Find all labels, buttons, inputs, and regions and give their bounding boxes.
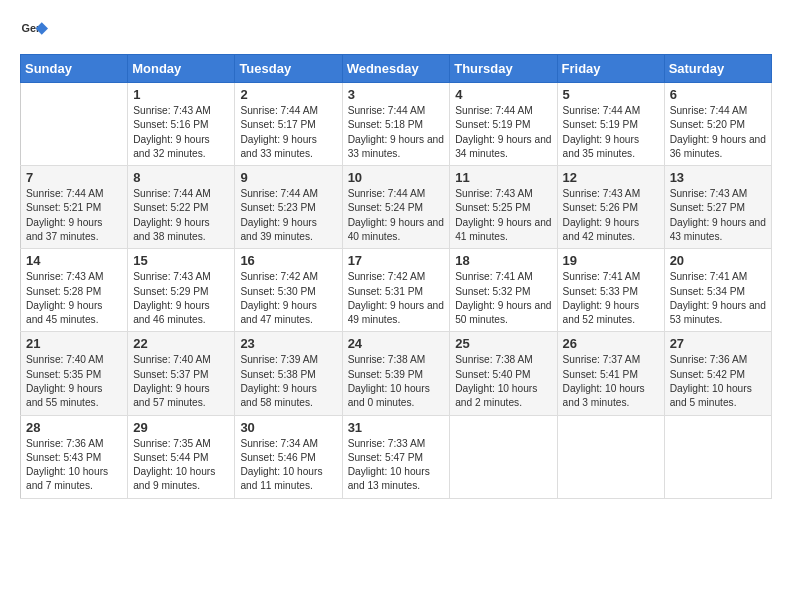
calendar-cell: 18Sunrise: 7:41 AMSunset: 5:32 PMDayligh… [450,249,557,332]
calendar-cell: 17Sunrise: 7:42 AMSunset: 5:31 PMDayligh… [342,249,450,332]
cell-content: Sunrise: 7:44 AMSunset: 5:22 PMDaylight:… [133,187,229,244]
cell-content: Sunrise: 7:42 AMSunset: 5:30 PMDaylight:… [240,270,336,327]
cell-content: Sunrise: 7:41 AMSunset: 5:32 PMDaylight:… [455,270,551,327]
day-number: 31 [348,420,445,435]
calendar-cell: 21Sunrise: 7:40 AMSunset: 5:35 PMDayligh… [21,332,128,415]
day-number: 20 [670,253,766,268]
day-number: 11 [455,170,551,185]
calendar-cell: 8Sunrise: 7:44 AMSunset: 5:22 PMDaylight… [128,166,235,249]
day-number: 22 [133,336,229,351]
col-header-tuesday: Tuesday [235,55,342,83]
cell-content: Sunrise: 7:44 AMSunset: 5:23 PMDaylight:… [240,187,336,244]
cell-content: Sunrise: 7:44 AMSunset: 5:19 PMDaylight:… [455,104,551,161]
day-number: 6 [670,87,766,102]
cell-content: Sunrise: 7:36 AMSunset: 5:43 PMDaylight:… [26,437,122,494]
cell-content: Sunrise: 7:41 AMSunset: 5:33 PMDaylight:… [563,270,659,327]
col-header-monday: Monday [128,55,235,83]
cell-content: Sunrise: 7:40 AMSunset: 5:37 PMDaylight:… [133,353,229,410]
cell-content: Sunrise: 7:36 AMSunset: 5:42 PMDaylight:… [670,353,766,410]
day-number: 1 [133,87,229,102]
cell-content: Sunrise: 7:38 AMSunset: 5:40 PMDaylight:… [455,353,551,410]
day-number: 26 [563,336,659,351]
calendar-week-row: 7Sunrise: 7:44 AMSunset: 5:21 PMDaylight… [21,166,772,249]
cell-content: Sunrise: 7:43 AMSunset: 5:16 PMDaylight:… [133,104,229,161]
day-number: 25 [455,336,551,351]
calendar-cell: 10Sunrise: 7:44 AMSunset: 5:24 PMDayligh… [342,166,450,249]
day-number: 27 [670,336,766,351]
cell-content: Sunrise: 7:44 AMSunset: 5:24 PMDaylight:… [348,187,445,244]
calendar-cell: 22Sunrise: 7:40 AMSunset: 5:37 PMDayligh… [128,332,235,415]
calendar-cell: 25Sunrise: 7:38 AMSunset: 5:40 PMDayligh… [450,332,557,415]
cell-content: Sunrise: 7:44 AMSunset: 5:18 PMDaylight:… [348,104,445,161]
cell-content: Sunrise: 7:43 AMSunset: 5:27 PMDaylight:… [670,187,766,244]
day-number: 19 [563,253,659,268]
day-number: 17 [348,253,445,268]
calendar-week-row: 1Sunrise: 7:43 AMSunset: 5:16 PMDaylight… [21,83,772,166]
logo-icon: Gen [20,16,48,44]
calendar-cell: 27Sunrise: 7:36 AMSunset: 5:42 PMDayligh… [664,332,771,415]
calendar-cell: 16Sunrise: 7:42 AMSunset: 5:30 PMDayligh… [235,249,342,332]
calendar-cell: 3Sunrise: 7:44 AMSunset: 5:18 PMDaylight… [342,83,450,166]
day-number: 13 [670,170,766,185]
day-number: 14 [26,253,122,268]
calendar-week-row: 21Sunrise: 7:40 AMSunset: 5:35 PMDayligh… [21,332,772,415]
day-number: 21 [26,336,122,351]
cell-content: Sunrise: 7:39 AMSunset: 5:38 PMDaylight:… [240,353,336,410]
calendar-cell: 14Sunrise: 7:43 AMSunset: 5:28 PMDayligh… [21,249,128,332]
day-number: 18 [455,253,551,268]
calendar-cell: 6Sunrise: 7:44 AMSunset: 5:20 PMDaylight… [664,83,771,166]
day-number: 12 [563,170,659,185]
calendar-header-row: SundayMondayTuesdayWednesdayThursdayFrid… [21,55,772,83]
col-header-sunday: Sunday [21,55,128,83]
cell-content: Sunrise: 7:44 AMSunset: 5:17 PMDaylight:… [240,104,336,161]
calendar-cell: 23Sunrise: 7:39 AMSunset: 5:38 PMDayligh… [235,332,342,415]
page-header: Gen [20,16,772,44]
cell-content: Sunrise: 7:43 AMSunset: 5:25 PMDaylight:… [455,187,551,244]
day-number: 5 [563,87,659,102]
day-number: 15 [133,253,229,268]
calendar-cell: 28Sunrise: 7:36 AMSunset: 5:43 PMDayligh… [21,415,128,498]
day-number: 24 [348,336,445,351]
calendar-cell: 24Sunrise: 7:38 AMSunset: 5:39 PMDayligh… [342,332,450,415]
col-header-thursday: Thursday [450,55,557,83]
calendar-cell: 26Sunrise: 7:37 AMSunset: 5:41 PMDayligh… [557,332,664,415]
day-number: 4 [455,87,551,102]
day-number: 30 [240,420,336,435]
calendar-cell: 19Sunrise: 7:41 AMSunset: 5:33 PMDayligh… [557,249,664,332]
cell-content: Sunrise: 7:37 AMSunset: 5:41 PMDaylight:… [563,353,659,410]
day-number: 7 [26,170,122,185]
calendar-cell: 29Sunrise: 7:35 AMSunset: 5:44 PMDayligh… [128,415,235,498]
calendar-table: SundayMondayTuesdayWednesdayThursdayFrid… [20,54,772,499]
day-number: 23 [240,336,336,351]
col-header-friday: Friday [557,55,664,83]
calendar-cell: 30Sunrise: 7:34 AMSunset: 5:46 PMDayligh… [235,415,342,498]
calendar-cell: 12Sunrise: 7:43 AMSunset: 5:26 PMDayligh… [557,166,664,249]
calendar-cell: 2Sunrise: 7:44 AMSunset: 5:17 PMDaylight… [235,83,342,166]
cell-content: Sunrise: 7:43 AMSunset: 5:29 PMDaylight:… [133,270,229,327]
calendar-cell: 20Sunrise: 7:41 AMSunset: 5:34 PMDayligh… [664,249,771,332]
calendar-week-row: 14Sunrise: 7:43 AMSunset: 5:28 PMDayligh… [21,249,772,332]
cell-content: Sunrise: 7:43 AMSunset: 5:28 PMDaylight:… [26,270,122,327]
calendar-cell: 4Sunrise: 7:44 AMSunset: 5:19 PMDaylight… [450,83,557,166]
day-number: 9 [240,170,336,185]
cell-content: Sunrise: 7:44 AMSunset: 5:20 PMDaylight:… [670,104,766,161]
cell-content: Sunrise: 7:38 AMSunset: 5:39 PMDaylight:… [348,353,445,410]
day-number: 28 [26,420,122,435]
day-number: 16 [240,253,336,268]
calendar-cell: 13Sunrise: 7:43 AMSunset: 5:27 PMDayligh… [664,166,771,249]
logo: Gen [20,16,52,44]
day-number: 2 [240,87,336,102]
cell-content: Sunrise: 7:41 AMSunset: 5:34 PMDaylight:… [670,270,766,327]
day-number: 8 [133,170,229,185]
calendar-cell [557,415,664,498]
calendar-cell [21,83,128,166]
day-number: 10 [348,170,445,185]
cell-content: Sunrise: 7:40 AMSunset: 5:35 PMDaylight:… [26,353,122,410]
calendar-cell: 7Sunrise: 7:44 AMSunset: 5:21 PMDaylight… [21,166,128,249]
calendar-cell [664,415,771,498]
cell-content: Sunrise: 7:33 AMSunset: 5:47 PMDaylight:… [348,437,445,494]
calendar-cell: 9Sunrise: 7:44 AMSunset: 5:23 PMDaylight… [235,166,342,249]
cell-content: Sunrise: 7:44 AMSunset: 5:19 PMDaylight:… [563,104,659,161]
cell-content: Sunrise: 7:35 AMSunset: 5:44 PMDaylight:… [133,437,229,494]
calendar-cell: 15Sunrise: 7:43 AMSunset: 5:29 PMDayligh… [128,249,235,332]
